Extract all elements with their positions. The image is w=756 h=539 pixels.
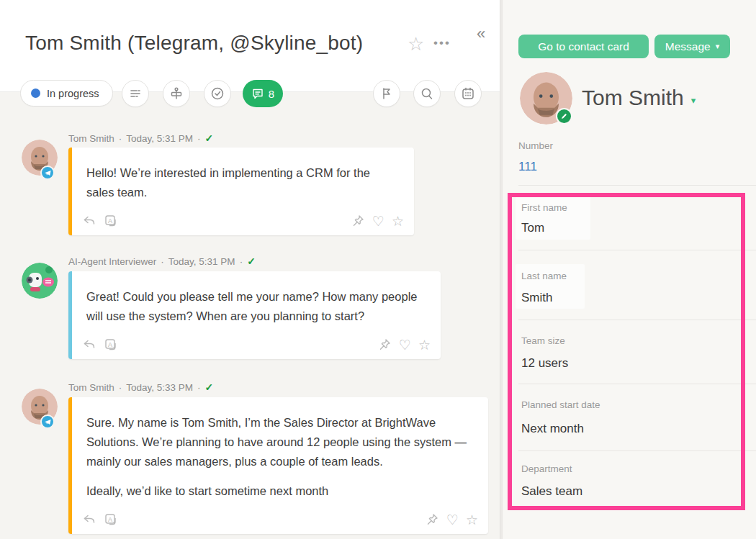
field-label: First name (521, 202, 567, 213)
app-window: Tom Smith (Telegram, @Skyline_bot) ☆ •••… (0, 0, 756, 539)
message-card: Sure. My name is Tom Smith, I’m the Sale… (68, 397, 488, 534)
svg-text:A: A (108, 341, 112, 348)
field-value[interactable]: Next month (521, 422, 584, 436)
favorite-star-icon[interactable]: ☆ (408, 33, 424, 55)
telegram-badge-icon (40, 415, 55, 429)
flag-tab-button[interactable] (373, 80, 400, 107)
robot-avatar-image (22, 263, 58, 299)
field-value[interactable]: 12 users (521, 356, 568, 371)
message-meta: Tom Smith · Today, 5:31 PM · ✓ (68, 132, 213, 144)
message-dropdown-button[interactable]: Message ▾ (654, 35, 730, 58)
contact-avatar[interactable] (22, 140, 58, 176)
reply-icon[interactable] (82, 214, 96, 228)
status-pill[interactable]: In progress (20, 80, 113, 107)
field-value[interactable]: Sales team (521, 484, 582, 499)
telegram-badge-icon (40, 166, 55, 180)
message-text: Hello! We’re interested in implementing … (86, 163, 398, 202)
field-label: Department (521, 463, 572, 474)
delivered-check-icon: ✓ (205, 381, 214, 393)
feed-tab-button[interactable] (122, 80, 149, 107)
star-rate-icon[interactable]: ☆ (466, 513, 478, 527)
svg-text:A: A (108, 516, 112, 523)
toolbar: In progress 8 (0, 79, 500, 108)
more-options-icon[interactable]: ••• (433, 36, 451, 50)
chat-header: Tom Smith (Telegram, @Skyline_bot) ☆ •••… (0, 0, 500, 92)
message-time: Today, 5:33 PM (126, 382, 193, 393)
message-time: Today, 5:31 PM (126, 133, 193, 144)
status-dot-icon (31, 89, 40, 98)
status-label: In progress (47, 88, 99, 99)
pin-tab-button[interactable] (163, 80, 190, 107)
reply-icon[interactable] (82, 338, 96, 352)
search-tab-button[interactable] (413, 80, 441, 107)
star-rate-icon[interactable]: ☆ (392, 214, 404, 228)
field-divider (518, 384, 756, 384)
heart-icon[interactable]: ♡ (399, 338, 411, 352)
field-value[interactable]: Smith (521, 291, 552, 305)
contact-avatar[interactable] (22, 389, 58, 425)
collapse-panel-icon[interactable]: « (477, 24, 485, 43)
message-meta: AI-Agent Interviewer · Today, 5:31 PM · … (68, 255, 256, 267)
annotation-highlight-box (508, 193, 745, 510)
svg-text:A: A (108, 217, 112, 225)
translate-icon[interactable]: A (104, 214, 118, 228)
reply-icon[interactable] (82, 512, 96, 527)
chat-bubble-icon (251, 87, 264, 100)
pin-message-icon[interactable] (425, 512, 439, 527)
field-value[interactable]: Tom (521, 221, 544, 235)
unread-count-badge: 8 (269, 88, 274, 100)
pin-message-icon[interactable] (377, 338, 392, 352)
tasks-tab-button[interactable] (204, 80, 231, 107)
number-label: Number (518, 140, 553, 151)
heart-icon[interactable]: ♡ (372, 214, 384, 228)
delivered-check-icon: ✓ (205, 132, 214, 144)
calendar-icon (460, 86, 476, 101)
flag-icon (379, 86, 395, 101)
message-text: Ideally, we’d like to start sometime nex… (86, 481, 472, 501)
field-divider (518, 320, 756, 320)
caret-down-icon: ▾ (716, 42, 720, 51)
number-value[interactable]: 111 (518, 160, 537, 174)
message-author: Tom Smith (68, 133, 114, 144)
message-card: Hello! We’re interested in implementing … (68, 148, 414, 235)
pin-message-icon[interactable] (351, 214, 365, 228)
message-author: AI-Agent Interviewer (68, 256, 156, 267)
message-text: Sure. My name is Tom Smith, I’m the Sale… (86, 413, 472, 471)
caret-down-icon: ▾ (691, 91, 696, 106)
bot-avatar[interactable] (22, 263, 58, 299)
message-card: Great! Could you please tell me your nam… (68, 271, 441, 359)
edit-avatar-icon[interactable] (556, 108, 572, 124)
translate-icon[interactable]: A (104, 338, 118, 352)
contact-panel: Go to contact card Message ▾ Tom Smith ▾… (503, 0, 756, 539)
search-icon (419, 86, 435, 101)
go-to-contact-card-button[interactable]: Go to contact card (518, 35, 649, 58)
translate-icon[interactable]: A (104, 512, 118, 527)
contact-avatar-large[interactable] (520, 72, 572, 124)
contact-name[interactable]: Tom Smith ▾ (582, 86, 696, 110)
message-author: Tom Smith (68, 382, 114, 393)
field-label: Planned start date (521, 399, 600, 410)
field-label: Team size (521, 335, 565, 346)
field-label: Last name (521, 271, 567, 281)
message-meta: Tom Smith · Today, 5:33 PM · ✓ (68, 381, 213, 393)
heart-icon[interactable]: ♡ (446, 513, 459, 527)
star-rate-icon[interactable]: ☆ (418, 338, 431, 352)
delivered-check-icon: ✓ (247, 255, 256, 267)
field-divider (518, 250, 756, 250)
message-text: Great! Could you please tell me your nam… (86, 287, 425, 326)
field-divider (518, 185, 756, 186)
check-circle-icon (210, 86, 225, 101)
chat-tab-button[interactable]: 8 (243, 80, 283, 107)
calendar-tab-button[interactable] (454, 80, 482, 107)
chat-section: Tom Smith (Telegram, @Skyline_bot) ☆ •••… (0, 0, 500, 539)
feed-icon (127, 86, 143, 101)
field-divider (518, 450, 756, 451)
message-time: Today, 5:31 PM (168, 256, 235, 267)
chat-title: Tom Smith (Telegram, @Skyline_bot) (25, 32, 363, 55)
pin-icon (168, 86, 184, 101)
